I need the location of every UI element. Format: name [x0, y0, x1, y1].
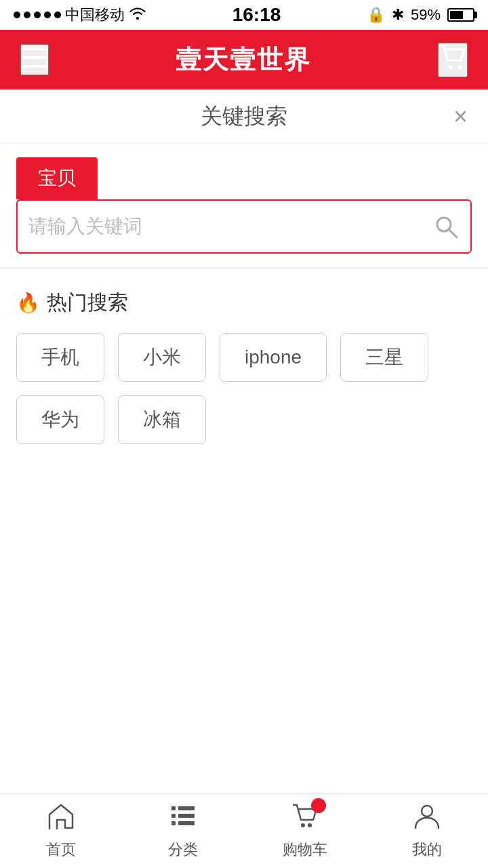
- battery-percent: 59%: [411, 6, 441, 24]
- bottom-nav-bar: 首页 分类 购物车: [0, 793, 488, 868]
- status-bar: 中国移动 16:18 🔒 ✱ 59%: [0, 0, 488, 30]
- menu-button[interactable]: [20, 44, 49, 75]
- wifi-icon: [129, 6, 146, 24]
- nav-cart-label: 购物车: [283, 840, 327, 860]
- hot-tag-huawei[interactable]: 华为: [16, 395, 104, 444]
- signal-icon: [14, 12, 61, 18]
- cart-nav-icon: [291, 802, 319, 835]
- battery-icon: [447, 8, 474, 22]
- search-box: [16, 199, 472, 254]
- status-left: 中国移动: [14, 5, 146, 25]
- svg-rect-2: [22, 65, 47, 68]
- svg-point-15: [422, 806, 432, 816]
- search-box-container: [0, 199, 488, 269]
- person-icon: [413, 802, 441, 835]
- carrier-label: 中国移动: [65, 5, 125, 25]
- tab-baobei[interactable]: 宝贝: [16, 157, 98, 199]
- top-nav-bar: 壹天壹世界: [0, 30, 488, 90]
- svg-rect-0: [22, 47, 47, 50]
- svg-point-14: [308, 823, 312, 827]
- hot-search-label: 热门搜索: [47, 289, 128, 317]
- svg-rect-12: [178, 821, 195, 825]
- nav-category[interactable]: 分类: [122, 802, 244, 860]
- nav-profile-label: 我的: [412, 840, 442, 860]
- fire-icon: 🔥: [16, 292, 40, 314]
- hot-tags-container: 手机 小米 iphone 三星 华为 冰箱: [16, 333, 472, 444]
- list-icon: [169, 802, 197, 835]
- nav-home-label: 首页: [46, 840, 76, 860]
- nav-profile[interactable]: 我的: [366, 802, 488, 860]
- tab-area: 宝贝: [0, 144, 488, 199]
- cart-button[interactable]: [438, 43, 468, 77]
- hot-tag-samsung[interactable]: 三星: [340, 333, 428, 382]
- hot-tag-bingxiang[interactable]: 冰箱: [118, 395, 206, 444]
- svg-rect-10: [178, 814, 195, 818]
- hot-tag-xiaomi[interactable]: 小米: [118, 333, 206, 382]
- lock-icon: 🔒: [367, 6, 385, 24]
- svg-rect-9: [171, 814, 176, 818]
- hot-tag-shouji[interactable]: 手机: [16, 333, 104, 382]
- search-submit-button[interactable]: [432, 213, 460, 240]
- cart-badge: [311, 798, 326, 813]
- svg-point-13: [301, 823, 305, 827]
- svg-rect-7: [171, 806, 176, 810]
- home-icon: [47, 802, 75, 835]
- nav-category-label: 分类: [168, 840, 198, 860]
- search-input[interactable]: [28, 216, 432, 237]
- close-button[interactable]: ×: [453, 102, 468, 131]
- nav-home[interactable]: 首页: [0, 802, 122, 860]
- svg-point-4: [458, 65, 462, 69]
- app-title: 壹天壹世界: [176, 43, 311, 77]
- main-content-area: [0, 465, 488, 793]
- svg-rect-1: [22, 56, 47, 59]
- time-display: 16:18: [232, 4, 281, 26]
- bluetooth-icon: ✱: [392, 6, 404, 24]
- search-page-title: 关键搜索: [201, 102, 287, 132]
- search-page-header: 关键搜索 ×: [0, 90, 488, 144]
- hot-tag-iphone[interactable]: iphone: [220, 333, 327, 382]
- status-right: 🔒 ✱ 59%: [367, 6, 474, 24]
- svg-point-3: [449, 65, 453, 69]
- svg-rect-8: [178, 806, 195, 810]
- svg-line-6: [449, 229, 457, 237]
- svg-rect-11: [171, 821, 176, 825]
- hot-search-title: 🔥 热门搜索: [16, 289, 472, 317]
- nav-cart[interactable]: 购物车: [244, 802, 366, 860]
- hot-search-section: 🔥 热门搜索 手机 小米 iphone 三星 华为 冰箱: [0, 269, 488, 465]
